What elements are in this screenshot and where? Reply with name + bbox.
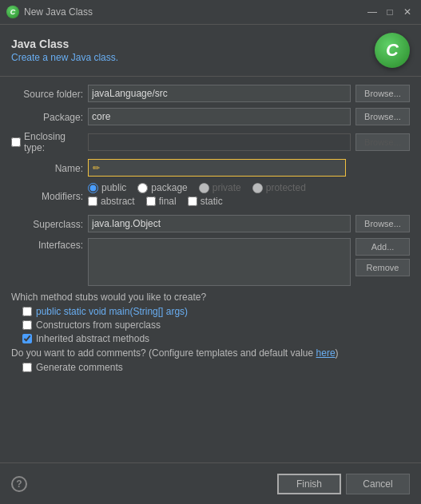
interfaces-textarea[interactable]: [88, 238, 351, 286]
modifiers-label: Modifiers:: [11, 189, 83, 202]
modifier-protected[interactable]: protected: [252, 182, 306, 193]
superclass-input[interactable]: [88, 215, 351, 232]
title-bar-controls: — □ ✕: [365, 5, 415, 19]
superclass-browse-button[interactable]: Browse...: [355, 215, 410, 232]
stub-constructors-row: Constructors from superclass: [22, 319, 410, 331]
modifier-private-label: private: [212, 182, 241, 193]
name-label: Name:: [11, 161, 83, 174]
source-folder-browse-button[interactable]: Browse...: [355, 85, 410, 102]
close-button[interactable]: ✕: [400, 5, 415, 19]
generate-comments-row: Generate comments: [22, 362, 410, 373]
dialog-content: Source folder: Browse... Package: Browse…: [0, 77, 421, 462]
interfaces-remove-button[interactable]: Remove: [355, 259, 410, 276]
enclosing-left: Enclosing type:: [11, 131, 83, 153]
comments-question-text: Do you want to add comments? (Configure …: [11, 347, 316, 359]
minimize-button[interactable]: —: [365, 5, 379, 19]
modifier-final-checkbox[interactable]: [146, 196, 156, 206]
title-bar-title: New Java Class: [24, 6, 93, 18]
stub-inherited-label: Inherited abstract methods: [36, 333, 149, 344]
dialog-subtext: Create a new Java class.: [11, 52, 118, 63]
interfaces-label: Interfaces:: [11, 238, 83, 251]
modifiers-row1: public package private protected: [88, 182, 410, 193]
package-browse-button[interactable]: Browse...: [355, 108, 410, 125]
java-class-icon: C: [375, 33, 410, 68]
package-label: Package:: [11, 110, 83, 123]
package-row: Package: Browse...: [11, 108, 410, 125]
modifiers-row: Modifiers: public package private: [11, 182, 410, 209]
title-bar-left: C New Java Class: [6, 6, 93, 18]
modifiers-container: public package private protected: [88, 182, 410, 209]
modifier-static-label: static: [201, 196, 223, 207]
modifier-abstract-label: abstract: [101, 196, 135, 207]
dialog-heading: Java Class: [11, 38, 118, 50]
generate-comments-checkbox[interactable]: [22, 363, 32, 372]
stub-inherited-row: Inherited abstract methods: [22, 333, 410, 344]
dialog-header-text: Java Class Create a new Java class.: [11, 38, 118, 63]
generate-comments-label: Generate comments: [36, 362, 123, 373]
stub-constructors-label: Constructors from superclass: [36, 319, 161, 331]
dialog-header: Java Class Create a new Java class. C: [0, 25, 421, 77]
comments-question: Do you want to add comments? (Configure …: [11, 347, 410, 359]
stubs-container: public static void main(String[] args) C…: [22, 306, 410, 344]
modifiers-row2: abstract final static: [88, 196, 410, 207]
superclass-label: Superclass:: [11, 217, 83, 230]
enclosing-type-browse-button[interactable]: Browse...: [355, 133, 410, 151]
stub-main-checkbox[interactable]: [22, 307, 32, 316]
modifier-final-label: final: [159, 196, 177, 207]
modifier-static-checkbox[interactable]: [188, 196, 197, 206]
comments-link[interactable]: here: [316, 347, 336, 359]
enclosing-type-input[interactable]: [88, 133, 351, 151]
finish-button[interactable]: Finish: [277, 474, 341, 494]
footer-right: Finish Cancel: [277, 474, 410, 494]
enclosing-type-checkbox[interactable]: [11, 137, 21, 147]
title-bar: C New Java Class — □ ✕: [0, 0, 421, 25]
source-folder-row: Source folder: Browse...: [11, 85, 410, 102]
modifier-package-label: package: [151, 182, 187, 193]
app-icon: C: [6, 6, 19, 18]
modifier-protected-label: protected: [266, 182, 306, 193]
enclosing-type-row: Enclosing type: Browse...: [11, 131, 410, 153]
modifier-public-radio[interactable]: [88, 183, 98, 193]
cancel-button[interactable]: Cancel: [346, 474, 410, 494]
modifier-abstract[interactable]: abstract: [88, 196, 135, 207]
help-button[interactable]: ?: [11, 476, 27, 492]
comments-question-end: ): [336, 347, 339, 359]
stub-main-row: public static void main(String[] args): [22, 306, 410, 317]
method-stubs-question: Which method stubs would you like to cre…: [11, 292, 410, 303]
stub-main-label: public static void main(String[] args): [36, 306, 188, 317]
stub-constructors-checkbox[interactable]: [22, 320, 32, 330]
modifier-static[interactable]: static: [188, 196, 223, 207]
enclosing-type-label: Enclosing type:: [24, 131, 83, 153]
modifier-public[interactable]: public: [88, 182, 126, 193]
package-input[interactable]: [88, 108, 351, 125]
superclass-row: Superclass: Browse...: [11, 215, 410, 232]
interfaces-buttons: Add... Remove: [355, 238, 410, 276]
name-input[interactable]: [88, 159, 346, 177]
interfaces-add-button[interactable]: Add...: [355, 238, 410, 256]
modifier-package-radio[interactable]: [137, 183, 148, 193]
modifier-protected-radio[interactable]: [252, 183, 263, 193]
dialog-body: Java Class Create a new Java class. C So…: [0, 25, 421, 504]
maximize-button[interactable]: □: [383, 5, 397, 19]
modifier-abstract-checkbox[interactable]: [88, 196, 97, 206]
stub-inherited-checkbox[interactable]: [22, 334, 32, 343]
interfaces-row: Interfaces: Add... Remove: [11, 238, 410, 286]
source-folder-input[interactable]: [88, 85, 351, 102]
modifier-package[interactable]: package: [137, 182, 187, 193]
name-edit-icon: ✏: [93, 163, 100, 173]
modifier-final[interactable]: final: [146, 196, 177, 207]
footer-left: ?: [11, 476, 27, 492]
modifier-private[interactable]: private: [199, 182, 241, 193]
comments-section: Do you want to add comments? (Configure …: [11, 347, 410, 373]
name-row: Name: ✏: [11, 159, 410, 177]
dialog-footer: ? Finish Cancel: [0, 462, 421, 504]
modifier-public-label: public: [101, 182, 126, 193]
modifier-private-radio[interactable]: [199, 183, 209, 193]
source-folder-label: Source folder:: [11, 87, 83, 100]
